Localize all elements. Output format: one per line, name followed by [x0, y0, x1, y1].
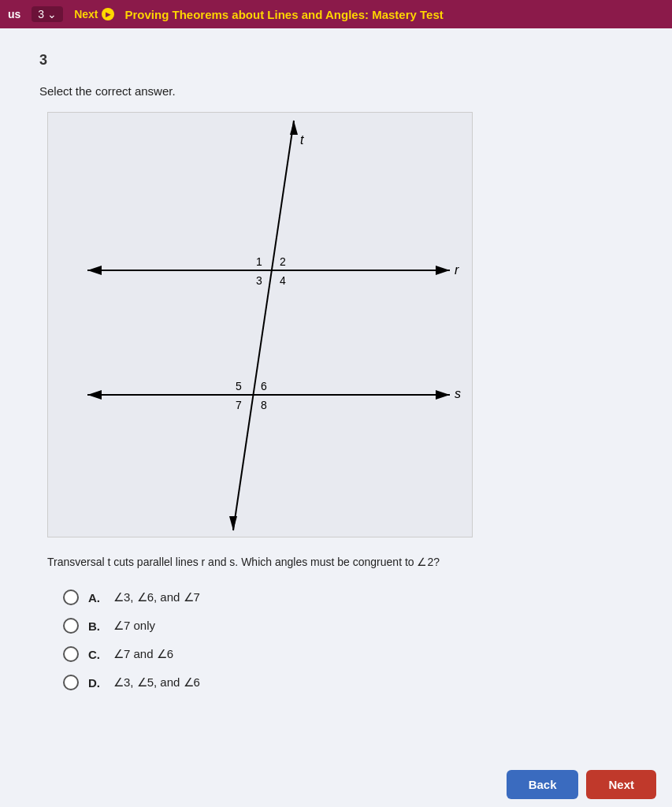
- option-a[interactable]: A. ∠3, ∠6, and ∠7: [63, 589, 633, 605]
- label-4: 4: [280, 274, 286, 287]
- label-7: 7: [236, 399, 242, 411]
- radio-b[interactable]: [63, 618, 79, 634]
- geometry-diagram: t r s 1 2 3 4: [48, 113, 473, 537]
- label-s: s: [455, 387, 461, 400]
- answer-options: A. ∠3, ∠6, and ∠7 B. ∠7 only C. ∠7 and ∠…: [63, 589, 633, 690]
- label-1: 1: [256, 255, 262, 268]
- radio-d[interactable]: [63, 675, 79, 690]
- question-counter: 3 ⌄: [32, 6, 63, 22]
- option-label-d: D.: [88, 676, 104, 690]
- svg-rect-0: [48, 113, 473, 537]
- option-text-d: ∠3, ∠5, and ∠6: [113, 675, 200, 690]
- option-label-b: B.: [88, 619, 104, 633]
- option-label-a: A.: [88, 591, 104, 604]
- option-b[interactable]: B. ∠7 only: [63, 618, 633, 634]
- label-8: 8: [261, 399, 267, 411]
- radio-a[interactable]: [63, 589, 79, 605]
- next-button-top[interactable]: Next: [74, 8, 113, 20]
- label-5: 5: [236, 380, 242, 392]
- back-button[interactable]: Back: [507, 770, 579, 799]
- option-text-b: ∠7 only: [113, 619, 155, 633]
- instruction-text: Select the correct answer.: [39, 84, 633, 98]
- option-d[interactable]: D. ∠3, ∠5, and ∠6: [63, 675, 633, 690]
- top-bar: us 3 ⌄ Next Proving Theorems about Lines…: [0, 0, 672, 28]
- next-button-bottom[interactable]: Next: [586, 770, 656, 799]
- question-number: 3: [39, 52, 633, 69]
- next-icon: [102, 8, 114, 20]
- option-text-c: ∠7 and ∠6: [113, 647, 173, 661]
- diagram-box: t r s 1 2 3 4: [47, 112, 473, 537]
- radio-c[interactable]: [63, 646, 79, 662]
- option-label-c: C.: [88, 648, 104, 661]
- option-c[interactable]: C. ∠7 and ∠6: [63, 646, 633, 662]
- question-body: Transversal t cuts parallel lines r and …: [47, 553, 599, 571]
- option-text-a: ∠3, ∠6, and ∠7: [113, 590, 200, 604]
- label-3: 3: [256, 274, 262, 287]
- label-r: r: [455, 263, 459, 277]
- label-6: 6: [261, 380, 267, 392]
- page-title: Proving Theorems about Lines and Angles:…: [125, 8, 665, 21]
- label-t: t: [300, 133, 304, 147]
- main-content: 3 Select the correct answer. t r: [0, 28, 672, 807]
- bottom-bar: Back Next: [0, 762, 672, 807]
- label-2: 2: [280, 255, 286, 268]
- top-bar-left-label: us: [8, 8, 20, 20]
